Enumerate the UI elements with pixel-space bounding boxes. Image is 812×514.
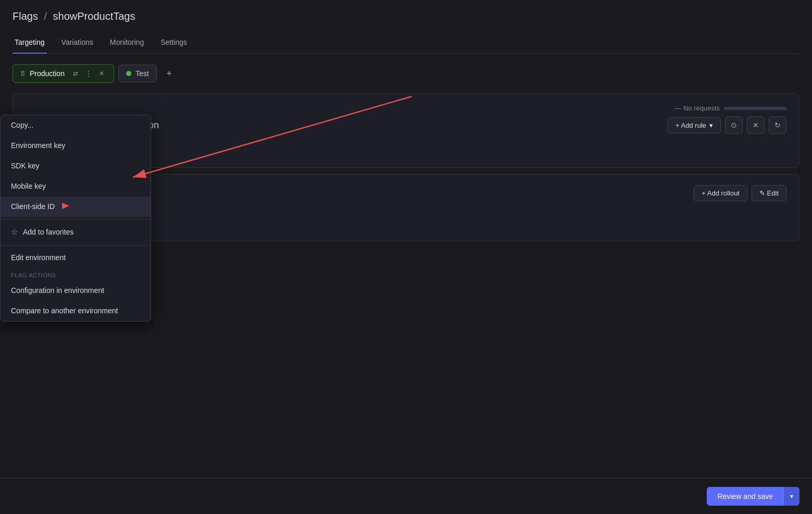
menu-config-env-label: Configuration in environment [11, 286, 104, 295]
refresh-button[interactable]: ↻ [769, 116, 786, 134]
menu-divider-1 [1, 219, 151, 219]
tab-monitoring[interactable]: Monitoring [108, 33, 146, 54]
menu-item-compare-env[interactable]: Compare to another environment [1, 301, 151, 321]
env-close-icon[interactable]: ✕ [97, 69, 106, 78]
add-rollout-button[interactable]: + Add rollout [694, 185, 747, 201]
tab-variations[interactable]: Variations [59, 33, 95, 54]
menu-item-client-side-id[interactable]: Client-side ID [1, 197, 151, 217]
edit-label: ✎ Edit [759, 189, 779, 197]
no-requests-bar [724, 107, 786, 110]
add-rule-label: + Add rule [675, 121, 706, 129]
breadcrumb: Flags / showProductTags [13, 10, 799, 22]
menu-item-sdk-key[interactable]: SDK key [1, 156, 151, 176]
no-requests-label: — No requests [674, 104, 720, 112]
menu-item-config-env[interactable]: Configuration in environment [1, 280, 151, 301]
environment-bar: ⠿ Production ⇄ ⋮ ✕ Test + [0, 54, 812, 83]
context-menu: Copy... Environment key SDK key Mobile k… [0, 115, 151, 322]
review-save-button[interactable]: Review and save [707, 487, 783, 506]
menu-arrow-indicator [62, 202, 69, 211]
menu-item-add-favorites[interactable]: ☆ Add to favorites [1, 222, 151, 243]
menu-item-env-key[interactable]: Environment key [1, 136, 151, 156]
add-rollout-label: + Add rollout [702, 189, 740, 197]
breadcrumb-current: showProductTags [53, 10, 136, 22]
bottom-bar: Review and save ▾ [0, 478, 812, 514]
page-header: Flags / showProductTags Targeting Variat… [0, 0, 812, 54]
menu-env-key-label: Environment key [11, 141, 65, 150]
env-test-dot [126, 71, 131, 76]
rules-actions: + Add rule ▾ ⊙ ✕ ↻ [668, 116, 786, 134]
targeting-icon-button[interactable]: ⊙ [725, 116, 743, 134]
menu-compare-env-label: Compare to another environment [11, 307, 118, 315]
env-swap-icon[interactable]: ⇄ [71, 69, 80, 78]
menu-item-edit-env[interactable]: Edit environment [1, 248, 151, 268]
star-icon: ☆ [11, 227, 18, 237]
add-rule-button[interactable]: + Add rule ▾ [668, 117, 721, 133]
env-test-label: Test [136, 69, 149, 78]
breadcrumb-prefix: Flags [13, 10, 38, 22]
menu-edit-env-label: Edit environment [11, 253, 66, 262]
menu-sdk-key-label: SDK key [11, 162, 39, 170]
tab-settings[interactable]: Settings [158, 33, 189, 54]
review-save-group: Review and save ▾ [707, 487, 799, 506]
main-tabs: Targeting Variations Monitoring Settings [13, 33, 799, 54]
env-more-icon[interactable]: ⋮ [83, 69, 94, 78]
menu-item-mobile-key[interactable]: Mobile key [1, 176, 151, 197]
edit-button[interactable]: ✎ Edit [752, 185, 786, 201]
menu-flag-actions-label: Flag actions [1, 268, 151, 280]
env-production-label: Production [30, 69, 65, 78]
add-environment-button[interactable]: + [161, 65, 178, 82]
review-save-dropdown-button[interactable]: ▾ [783, 487, 799, 506]
env-grid-icon: ⠿ [20, 70, 26, 78]
env-tab-test[interactable]: Test [118, 65, 157, 82]
tab-targeting[interactable]: Targeting [13, 33, 47, 54]
menu-divider-2 [1, 245, 151, 246]
add-rule-chevron: ▾ [709, 121, 713, 129]
menu-copy-label: Copy... [11, 121, 33, 129]
no-requests-section: — No requests [26, 104, 786, 112]
menu-add-favorites-label: Add to favorites [23, 228, 73, 236]
menu-mobile-key-label: Mobile key [11, 182, 46, 190]
menu-client-side-id-label: Client-side ID [11, 202, 55, 211]
svg-marker-2 [62, 203, 69, 209]
breadcrumb-separator: / [44, 10, 47, 22]
menu-item-copy[interactable]: Copy... [1, 115, 151, 136]
close-rules-button[interactable]: ✕ [747, 116, 765, 134]
env-tab-production[interactable]: ⠿ Production ⇄ ⋮ ✕ [13, 64, 114, 83]
